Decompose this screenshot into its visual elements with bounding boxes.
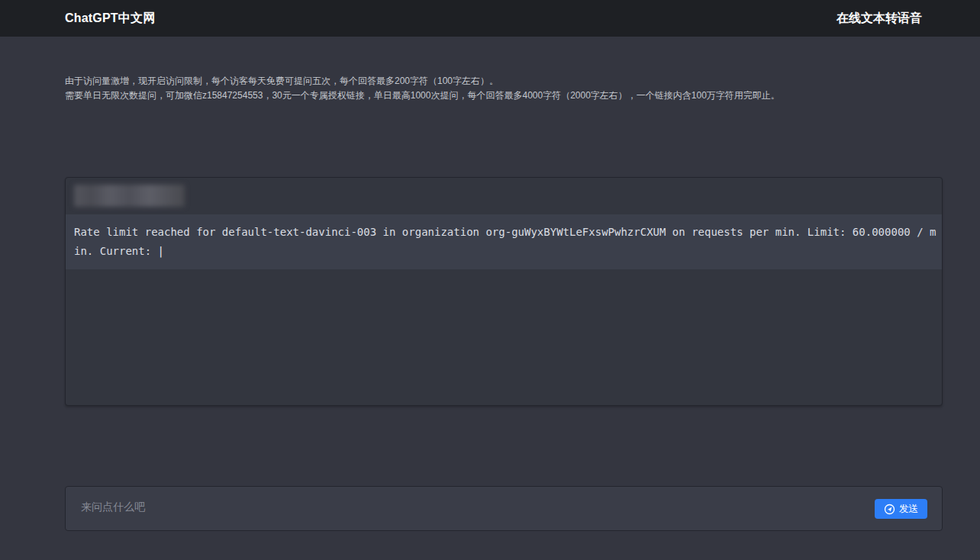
typing-cursor: |: [158, 245, 164, 257]
assistant-message-text: Rate limit reached for default-text-davi…: [74, 226, 936, 257]
user-message-row: [66, 178, 942, 214]
chat-history-panel: Rate limit reached for default-text-davi…: [65, 177, 943, 406]
message-composer: 发送: [65, 486, 943, 531]
top-navbar: ChatGPT中文网 在线文本转语音: [0, 0, 980, 37]
question-input[interactable]: [66, 487, 844, 530]
notice-line-2: 需要单日无限次数提问，可加微信z15847254553，30元一个专属授权链接，…: [65, 89, 912, 103]
send-circle-icon: [884, 504, 895, 515]
nav-link-tts[interactable]: 在线文本转语音: [837, 11, 922, 27]
notice-line-1: 由于访问量激增，现开启访问限制，每个访客每天免费可提问五次，每个回答最多200字…: [65, 74, 912, 89]
brand-title: ChatGPT中文网: [65, 11, 155, 27]
send-button-label: 发送: [899, 503, 918, 516]
page: ChatGPT中文网 在线文本转语音 由于访问量激增，现开启访问限制，每个访客每…: [0, 0, 980, 560]
send-button[interactable]: 发送: [875, 499, 927, 519]
assistant-message-row: Rate limit reached for default-text-davi…: [66, 214, 942, 269]
rate-limit-notice: 由于访问量激增，现开启访问限制，每个访客每天免费可提问五次，每个回答最多200字…: [65, 74, 912, 103]
user-message-redacted: [74, 185, 185, 207]
